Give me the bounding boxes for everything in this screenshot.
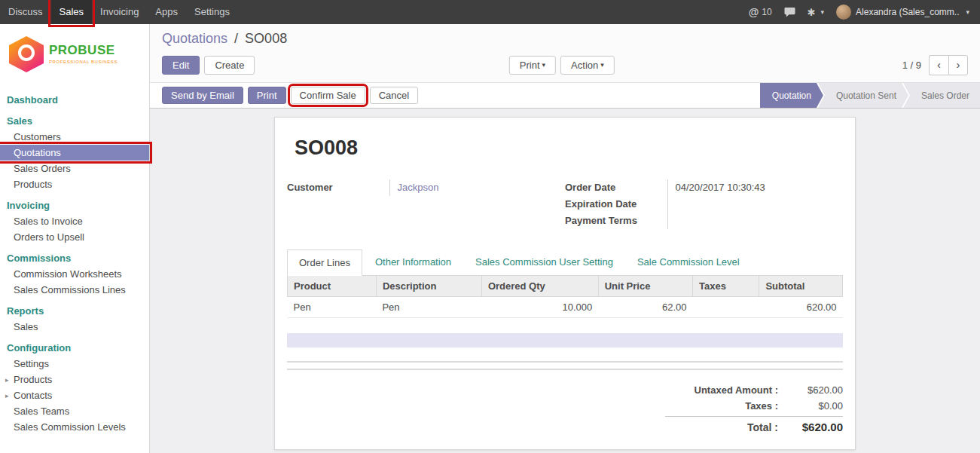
action-dropdown-label: Action xyxy=(571,60,598,71)
sidebar-item-quotations[interactable]: Quotations xyxy=(0,145,149,161)
cell-ordered-qty: 10.000 xyxy=(481,297,598,318)
sidebar-section-dashboard[interactable]: Dashboard xyxy=(0,92,149,108)
logo-subtitle: PROFESSIONAL BUSINESS xyxy=(49,60,118,65)
chevron-down-icon: ▾ xyxy=(821,8,825,16)
sidebar-section-configuration[interactable]: Configuration xyxy=(0,340,149,356)
sidebar-item-sales-to-invoice[interactable]: Sales to Invoice xyxy=(0,213,149,229)
print-quotation-button[interactable]: Print xyxy=(248,87,286,104)
app-logo[interactable]: PROBUSE PROFESSIONAL BUSINESS xyxy=(0,24,149,77)
status-step-quotation[interactable]: Quotation xyxy=(760,83,823,108)
sidebar-item-sales-report[interactable]: Sales xyxy=(0,319,149,335)
control-panel-buttons: Edit Create Print ▾ Action ▾ 1 / 9 ‹ › xyxy=(162,54,968,75)
chevron-down-icon: ▾ xyxy=(600,61,604,69)
sidebar-item-sales-teams[interactable]: Sales Teams xyxy=(0,403,149,419)
expand-caret-icon: ▸ xyxy=(5,374,9,387)
print-dropdown[interactable]: Print ▾ xyxy=(509,56,556,75)
cell-subtotal: 620.00 xyxy=(759,297,843,318)
sidebar-section-commissions[interactable]: Commissions xyxy=(0,250,149,266)
chevron-down-icon: ▾ xyxy=(542,61,546,69)
total-label: Total : xyxy=(747,421,778,433)
logo-title: PROBUSE xyxy=(49,44,118,58)
sidebar-item-products-config[interactable]: ▸ Products xyxy=(0,372,149,387)
avatar xyxy=(836,5,851,20)
untaxed-amount-value: $620.00 xyxy=(778,384,843,396)
sidebar-section-invoicing[interactable]: Invoicing xyxy=(0,197,149,213)
user-menu[interactable]: Alexandra (Sales_comm.. ▾ xyxy=(836,5,969,20)
sidebar-menu: Dashboard Sales Customers Quotations Sal… xyxy=(0,77,149,435)
send-by-email-button[interactable]: Send by Email xyxy=(162,87,243,104)
total-value: $620.00 xyxy=(778,421,843,433)
tab-sales-commission-user-setting[interactable]: Sales Commission User Setting xyxy=(464,249,624,276)
create-button[interactable]: Create xyxy=(204,56,255,75)
tab-sale-commission-level[interactable]: Sale Commission Level xyxy=(626,249,751,276)
chat-bubble-icon xyxy=(784,7,795,17)
empty-note-row xyxy=(287,333,843,347)
edit-button[interactable]: Edit xyxy=(162,56,200,75)
payment-terms-value xyxy=(667,213,843,229)
tab-other-information[interactable]: Other Information xyxy=(364,249,463,276)
sidebar: PROBUSE PROFESSIONAL BUSINESS Dashboard … xyxy=(0,24,150,453)
nav-item-sales[interactable]: Sales xyxy=(51,0,93,24)
column-product: Product xyxy=(288,276,377,297)
form-sheet: SO008 Customer Jackpson Order Date 04 xyxy=(274,117,856,450)
taxes-label: Taxes : xyxy=(745,400,778,412)
confirm-sale-button[interactable]: Confirm Sale xyxy=(291,87,365,104)
sidebar-item-sales-commission-levels[interactable]: Sales Commission Levels xyxy=(0,419,149,435)
top-nav-menu: Discuss Sales Invoicing Apps Settings xyxy=(0,0,238,24)
tab-order-lines[interactable]: Order Lines xyxy=(287,249,362,276)
breadcrumb-current: SO008 xyxy=(245,31,287,46)
messaging-menu[interactable] xyxy=(784,7,795,17)
order-lines-table: Product Description Ordered Qty Unit Pri… xyxy=(287,276,843,318)
nav-item-discuss[interactable]: Discuss xyxy=(0,0,51,24)
order-date-value: 04/20/2017 10:30:43 xyxy=(667,179,843,196)
top-nav-systray: @ 10 ✱ ▾ Alexandra (Sales_comm.. ▾ xyxy=(749,5,980,20)
breadcrumb-quotations[interactable]: Quotations xyxy=(162,31,227,46)
expiration-date-value xyxy=(667,196,843,213)
activities-count: 10 xyxy=(762,7,771,17)
order-line-row[interactable]: Pen Pen 10.000 62.00 620.00 xyxy=(288,297,843,318)
nav-item-apps[interactable]: Apps xyxy=(147,0,186,24)
expiration-date-label: Expiration Date xyxy=(565,196,667,213)
cancel-button[interactable]: Cancel xyxy=(370,87,418,104)
print-dropdown-label: Print xyxy=(520,60,540,71)
nav-item-invoicing[interactable]: Invoicing xyxy=(92,0,147,24)
status-step-sales-order[interactable]: Sales Order xyxy=(903,83,980,108)
sidebar-section-reports[interactable]: Reports xyxy=(0,303,149,319)
activities-menu[interactable]: @ 10 xyxy=(749,6,772,18)
sidebar-item-contacts[interactable]: ▸ Contacts xyxy=(0,387,149,403)
sidebar-item-settings[interactable]: Settings xyxy=(0,356,149,372)
sidebar-item-customers[interactable]: Customers xyxy=(0,129,149,145)
totals-block: Untaxed Amount : $620.00 Taxes : $0.00 T… xyxy=(665,382,843,436)
sidebar-item-sales-orders[interactable]: Sales Orders xyxy=(0,161,149,176)
expand-caret-icon: ▸ xyxy=(5,390,9,402)
separator xyxy=(287,369,843,370)
debug-menu[interactable]: ✱ ▾ xyxy=(808,7,824,18)
user-name: Alexandra (Sales_comm.. xyxy=(856,7,959,17)
status-pipeline: Quotation Quotation Sent Sales Order xyxy=(760,83,980,108)
nav-item-settings[interactable]: Settings xyxy=(186,0,238,24)
status-step-quotation-sent[interactable]: Quotation Sent xyxy=(818,83,908,108)
cell-description: Pen xyxy=(376,297,481,318)
form-view-container: SO008 Customer Jackpson Order Date 04 xyxy=(150,109,980,453)
sidebar-item-sales-commissions-lines[interactable]: Sales Commissions Lines xyxy=(0,282,149,298)
customer-value[interactable]: Jackpson xyxy=(389,179,565,196)
main-area: Quotations / SO008 Edit Create Print ▾ A… xyxy=(150,24,980,453)
sidebar-item-orders-to-upsell[interactable]: Orders to Upsell xyxy=(0,229,149,245)
sidebar-item-products[interactable]: Products xyxy=(0,176,149,192)
record-title: SO008 xyxy=(295,136,843,160)
sidebar-item-label: Contacts xyxy=(14,390,52,401)
mentions-icon: @ xyxy=(749,6,759,18)
column-description: Description xyxy=(376,276,481,297)
debug-icon: ✱ xyxy=(808,7,816,18)
statusbar-buttons: Send by Email Print Confirm Sale Cancel xyxy=(162,83,418,108)
separator xyxy=(287,361,843,363)
field-group-right: Order Date 04/20/2017 10:30:43 Expiratio… xyxy=(565,179,843,229)
pager-previous-button[interactable]: ‹ xyxy=(929,55,948,75)
action-dropdown[interactable]: Action ▾ xyxy=(560,56,615,75)
sidebar-section-sales[interactable]: Sales xyxy=(0,113,149,129)
column-subtotal: Subtotal xyxy=(759,276,843,297)
control-panel: Quotations / SO008 Edit Create Print ▾ A… xyxy=(150,24,980,83)
sidebar-item-commission-worksheets[interactable]: Commission Worksheets xyxy=(0,266,149,282)
order-date-label: Order Date xyxy=(565,179,667,196)
pager-next-button[interactable]: › xyxy=(948,55,968,75)
